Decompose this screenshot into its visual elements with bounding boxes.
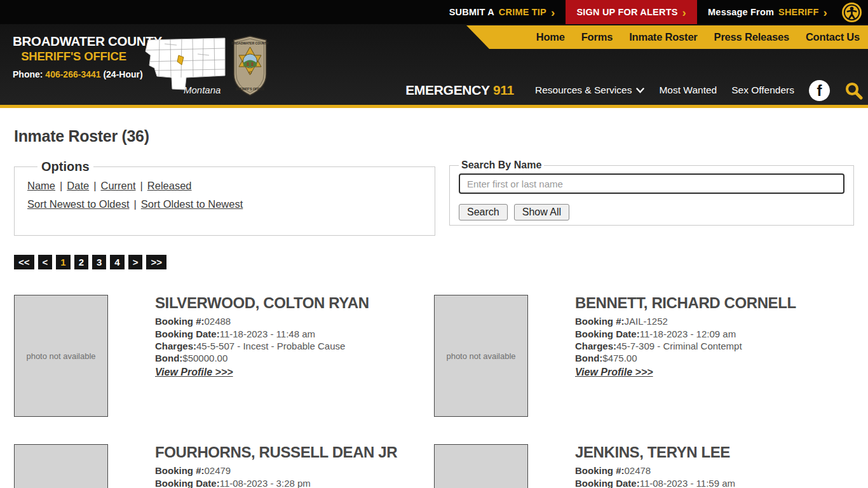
detail-label: Charges: — [575, 341, 616, 351]
montana-map-image: Montana — [142, 36, 227, 97]
detail-label: Booking #: — [575, 316, 625, 327]
page-button[interactable]: 2 — [74, 255, 88, 269]
page-button[interactable]: 3 — [92, 255, 106, 269]
inmate-name: JENKINS, TERYN LEE — [575, 444, 735, 460]
detail-value: 02488 — [205, 316, 231, 327]
sort-links: Sort Newest to Oldest|Sort Oldest to New… — [27, 198, 422, 210]
detail-value: 11-08-2023 - 3:28 pm — [220, 478, 311, 488]
inmate-name: SILVERWOOD, COLTON RYAN — [155, 295, 369, 311]
inmate-detail-row: Charges:45-7-309 - Criminal Contempt — [575, 340, 796, 352]
submit-crime-tip-link[interactable]: SUBMIT A CRIME TIP › — [438, 0, 566, 24]
options-panel: Options Name|Date|Current|Released| Sort… — [14, 159, 435, 236]
page-button[interactable]: > — [128, 255, 143, 269]
detail-value: 02478 — [625, 465, 651, 476]
inmate-photo-placeholder[interactable]: photo not available — [434, 295, 528, 417]
inmate-card: photo not available JENKINS, TERYN LEE B… — [434, 444, 854, 488]
page-button[interactable]: 1 — [56, 255, 70, 269]
inmate-details: Booking #:02478 Booking Date:11-08-2023 … — [575, 464, 735, 488]
inmate-details: Booking #:02479 Booking Date:11-08-2023 … — [155, 464, 397, 488]
agency-brand: BROADWATER COUNTY SHERIFF'S OFFICE Phone… — [13, 34, 135, 79]
view-profile-link[interactable]: View Profile >>> — [155, 367, 233, 378]
inmate-photo-placeholder[interactable]: photo not available — [14, 444, 108, 488]
sex-offenders-link[interactable]: Sex Offenders — [731, 85, 794, 96]
show-all-button[interactable]: Show All — [514, 204, 569, 220]
svg-text:43: 43 — [248, 71, 252, 74]
filter-links: Name|Date|Current|Released| — [27, 180, 422, 192]
accessibility-button[interactable] — [838, 0, 868, 24]
crime-tip-label: CRIME TIP — [499, 7, 546, 17]
accessibility-icon — [842, 3, 862, 22]
secondary-nav: EMERGENCY 911 Resources & Services Most … — [405, 77, 863, 104]
emergency-number: 911 — [493, 83, 514, 97]
chevron-down-icon — [636, 88, 644, 93]
sign-up-for-alerts-button[interactable]: SIGN UP FOR ALERTS › — [566, 0, 697, 24]
most-wanted-link[interactable]: Most Wanted — [659, 85, 717, 96]
options-legend: Options — [37, 159, 93, 174]
primary-nav-item[interactable]: Press Releases — [714, 31, 789, 43]
sort-link[interactable]: Sort Newest to Oldest — [27, 198, 129, 210]
detail-value: 11-18-2023 - 11:48 am — [220, 329, 315, 339]
search-button[interactable]: Search — [459, 204, 508, 220]
separator: | — [129, 198, 140, 210]
sort-link[interactable]: Sort Oldest to Newest — [141, 198, 243, 210]
chevron-right-icon: › — [823, 6, 827, 18]
agency-name-line1: BROADWATER COUNTY — [13, 34, 135, 49]
separator: | — [89, 180, 100, 191]
inmate-detail-row: Booking Date:11-08-2023 - 3:28 pm — [155, 477, 397, 488]
separator: | — [55, 180, 67, 191]
phone-number: 406-266-3441 — [45, 69, 100, 79]
facebook-icon: f — [817, 83, 822, 98]
detail-value: $475.00 — [602, 353, 637, 363]
inmate-name: BENNETT, RICHARD CORNELL — [575, 295, 796, 311]
inmate-details: Booking #:JAIL-1252 Booking Date:11-18-2… — [575, 315, 796, 365]
agency-phone: Phone: 406-266-3441 (24-Hour) — [13, 69, 135, 79]
detail-value: $50000.00 — [182, 353, 227, 363]
page-button[interactable]: 4 — [110, 255, 124, 269]
message-prefix: Message From — [708, 7, 774, 17]
inmate-detail-row: Bond:$50000.00 — [155, 352, 369, 364]
sheriff-badge-logo: 43 BROADWATER COUNTY SHERIFF'S OFFICE — [230, 35, 270, 97]
svg-text:SHERIFF'S OFFICE: SHERIFF'S OFFICE — [236, 87, 265, 91]
facebook-link[interactable]: f — [809, 80, 830, 101]
resources-services-menu[interactable]: Resources & Services — [535, 85, 644, 96]
detail-label: Charges: — [155, 341, 196, 351]
view-profile-link[interactable]: View Profile >>> — [575, 367, 653, 378]
agency-name-line2: SHERIFF'S OFFICE — [13, 50, 135, 64]
primary-nav-item[interactable]: Inmate Roster — [629, 31, 697, 43]
primary-nav-item[interactable]: Forms — [581, 31, 613, 43]
inmate-photo-placeholder[interactable]: photo not available — [14, 295, 108, 417]
inmate-detail-row: Charges:45-5-507 - Incest - Probable Cau… — [155, 340, 369, 352]
site-header: SUBMIT A CRIME TIP › SIGN UP FOR ALERTS … — [0, 0, 868, 108]
detail-value: 11-08-2023 - 11:59 am — [640, 478, 735, 488]
submit-prefix: SUBMIT A — [449, 7, 494, 17]
detail-label: Booking #: — [575, 465, 625, 476]
inmate-name: FOURHORNS, RUSSELL DEAN JR — [155, 444, 397, 460]
detail-value: 02479 — [205, 465, 231, 476]
page-title: Inmate Roster (36) — [14, 127, 854, 146]
inmate-detail-row: Bond:$475.00 — [575, 352, 796, 364]
separator: | — [136, 180, 147, 191]
site-search-button[interactable] — [844, 81, 863, 100]
inmate-details: Booking #:02488 Booking Date:11-18-2023 … — [155, 315, 369, 365]
inmate-cards: photo not available SILVERWOOD, COLTON R… — [14, 295, 854, 488]
search-panel: Search By Name Search Show All — [449, 159, 854, 226]
chevron-right-icon: › — [551, 6, 555, 18]
filter-link[interactable]: Name — [27, 180, 55, 191]
detail-value: 45-7-309 - Criminal Contempt — [616, 341, 742, 351]
page-button[interactable]: < — [38, 255, 53, 269]
page-button[interactable]: >> — [146, 255, 166, 269]
search-icon — [844, 81, 863, 100]
pagination: <<<1234>>> — [14, 255, 854, 269]
search-input[interactable] — [459, 173, 844, 194]
page-button[interactable]: << — [14, 255, 34, 269]
message-from-sheriff-link[interactable]: Message From SHERIFF › — [697, 0, 838, 24]
inmate-card: photo not available BENNETT, RICHARD COR… — [434, 295, 854, 417]
inmate-photo-placeholder[interactable]: photo not available — [434, 444, 528, 488]
filter-link[interactable]: Released — [147, 180, 192, 191]
filter-link[interactable]: Current — [100, 180, 135, 191]
search-legend: Search By Name — [459, 159, 544, 171]
filter-link[interactable]: Date — [67, 180, 89, 191]
primary-nav-item[interactable]: Contact Us — [806, 31, 860, 43]
detail-value: 11-18-2023 - 12:09 am — [640, 329, 736, 339]
primary-nav-item[interactable]: Home — [536, 31, 565, 43]
